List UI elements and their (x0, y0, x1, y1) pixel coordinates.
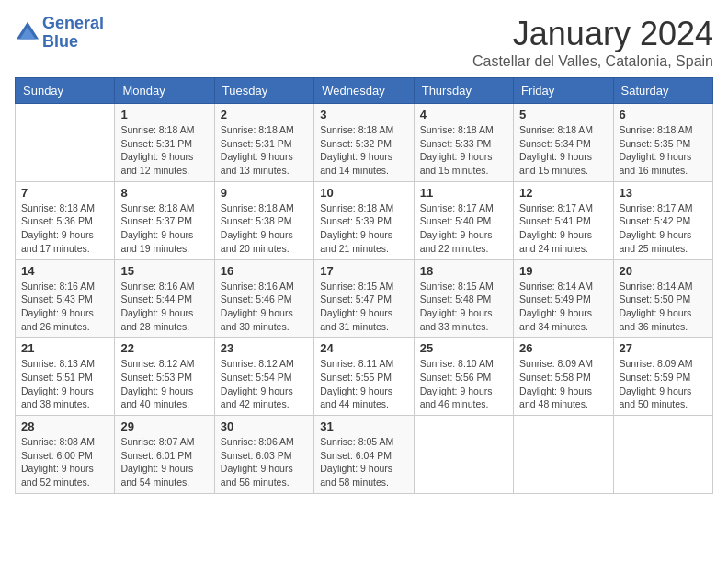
day-info: Sunrise: 8:13 AMSunset: 5:51 PMDaylight:… (21, 357, 108, 411)
day-number: 1 (120, 108, 208, 121)
day-number: 24 (320, 341, 407, 355)
day-info: Sunrise: 8:18 AMSunset: 5:39 PMDaylight:… (320, 201, 407, 256)
day-number: 26 (519, 341, 607, 355)
day-number: 19 (519, 264, 607, 278)
day-info: Sunrise: 8:11 AMSunset: 5:55 PMDaylight:… (320, 357, 407, 411)
day-info: Sunrise: 8:12 AMSunset: 5:54 PMDaylight:… (221, 357, 308, 411)
day-info: Sunrise: 8:09 AMSunset: 5:59 PMDaylight:… (620, 357, 707, 411)
logo-text: General Blue (42, 15, 104, 52)
day-cell (613, 416, 712, 494)
day-info: Sunrise: 8:18 AMSunset: 5:31 PMDaylight:… (120, 123, 208, 178)
logo-line1: General (42, 14, 104, 32)
day-cell: 13 Sunrise: 8:17 AMSunset: 5:42 PMDaylig… (613, 181, 712, 259)
day-info: Sunrise: 8:12 AMSunset: 5:53 PMDaylight:… (120, 357, 208, 411)
day-number: 2 (221, 108, 308, 121)
day-number: 5 (519, 108, 607, 121)
day-info: Sunrise: 8:18 AMSunset: 5:35 PMDaylight:… (620, 123, 707, 178)
week-row-0: 1 Sunrise: 8:18 AMSunset: 5:31 PMDayligh… (16, 104, 713, 182)
day-info: Sunrise: 8:17 AMSunset: 5:40 PMDaylight:… (420, 201, 507, 256)
day-cell: 5 Sunrise: 8:18 AMSunset: 5:34 PMDayligh… (514, 104, 613, 182)
day-cell: 29 Sunrise: 8:07 AMSunset: 6:01 PMDaylig… (115, 416, 214, 494)
day-info: Sunrise: 8:18 AMSunset: 5:31 PMDaylight:… (221, 123, 308, 178)
day-cell: 9 Sunrise: 8:18 AMSunset: 5:38 PMDayligh… (214, 181, 313, 259)
day-info: Sunrise: 8:07 AMSunset: 6:01 PMDaylight:… (120, 435, 208, 489)
title-section: January 2024 Castellar del Valles, Catal… (472, 15, 713, 70)
day-cell: 1 Sunrise: 8:18 AMSunset: 5:31 PMDayligh… (115, 104, 214, 182)
day-cell: 16 Sunrise: 8:16 AMSunset: 5:46 PMDaylig… (214, 259, 313, 338)
day-cell: 7 Sunrise: 8:18 AMSunset: 5:36 PMDayligh… (16, 181, 115, 259)
day-cell: 18 Sunrise: 8:15 AMSunset: 5:48 PMDaylig… (414, 259, 513, 338)
day-cell: 6 Sunrise: 8:18 AMSunset: 5:35 PMDayligh… (613, 104, 712, 182)
header-tuesday: Tuesday (214, 78, 313, 104)
day-info: Sunrise: 8:18 AMSunset: 5:33 PMDaylight:… (420, 123, 507, 178)
day-number: 27 (620, 341, 707, 355)
day-number: 4 (420, 108, 507, 121)
day-number: 20 (620, 264, 707, 278)
day-number: 17 (320, 264, 407, 278)
day-number: 7 (21, 186, 108, 200)
day-cell: 8 Sunrise: 8:18 AMSunset: 5:37 PMDayligh… (115, 181, 214, 259)
day-number: 11 (420, 186, 507, 200)
day-cell: 19 Sunrise: 8:14 AMSunset: 5:49 PMDaylig… (514, 259, 613, 338)
day-info: Sunrise: 8:18 AMSunset: 5:32 PMDaylight:… (320, 123, 407, 178)
day-info: Sunrise: 8:18 AMSunset: 5:36 PMDaylight:… (21, 201, 108, 256)
day-info: Sunrise: 8:16 AMSunset: 5:44 PMDaylight:… (120, 280, 208, 334)
day-info: Sunrise: 8:15 AMSunset: 5:48 PMDaylight:… (420, 280, 507, 334)
day-info: Sunrise: 8:16 AMSunset: 5:43 PMDaylight:… (21, 280, 108, 334)
logo-line2: Blue (42, 32, 78, 51)
day-number: 9 (221, 186, 308, 200)
day-number: 8 (120, 186, 208, 200)
day-cell: 14 Sunrise: 8:16 AMSunset: 5:43 PMDaylig… (16, 259, 115, 338)
header-wednesday: Wednesday (314, 78, 414, 104)
day-number: 22 (120, 341, 208, 355)
day-info: Sunrise: 8:18 AMSunset: 5:37 PMDaylight:… (120, 201, 208, 256)
day-cell: 22 Sunrise: 8:12 AMSunset: 5:53 PMDaylig… (115, 338, 214, 416)
day-cell: 11 Sunrise: 8:17 AMSunset: 5:40 PMDaylig… (414, 181, 513, 259)
header-saturday: Saturday (613, 78, 712, 104)
day-number: 12 (519, 186, 607, 200)
day-info: Sunrise: 8:14 AMSunset: 5:50 PMDaylight:… (620, 280, 707, 334)
day-info: Sunrise: 8:17 AMSunset: 5:42 PMDaylight:… (620, 201, 707, 256)
day-info: Sunrise: 8:06 AMSunset: 6:03 PMDaylight:… (221, 435, 308, 489)
day-number: 3 (320, 108, 407, 121)
day-info: Sunrise: 8:09 AMSunset: 5:58 PMDaylight:… (519, 357, 607, 411)
day-number: 14 (21, 264, 108, 278)
calendar-header: Sunday Monday Tuesday Wednesday Thursday… (16, 78, 713, 104)
header-friday: Friday (514, 78, 613, 104)
calendar-body: 1 Sunrise: 8:18 AMSunset: 5:31 PMDayligh… (16, 104, 713, 494)
day-cell: 25 Sunrise: 8:10 AMSunset: 5:56 PMDaylig… (414, 338, 513, 416)
week-row-1: 7 Sunrise: 8:18 AMSunset: 5:36 PMDayligh… (16, 181, 713, 259)
week-row-2: 14 Sunrise: 8:16 AMSunset: 5:43 PMDaylig… (16, 259, 713, 338)
day-number: 18 (420, 264, 507, 278)
day-info: Sunrise: 8:15 AMSunset: 5:47 PMDaylight:… (320, 280, 407, 334)
day-cell (514, 416, 613, 494)
day-number: 6 (620, 108, 707, 121)
day-number: 13 (620, 186, 707, 200)
day-number: 15 (120, 264, 208, 278)
logo-icon (15, 20, 40, 46)
day-cell (414, 416, 513, 494)
day-cell: 2 Sunrise: 8:18 AMSunset: 5:31 PMDayligh… (214, 104, 313, 182)
calendar-table: Sunday Monday Tuesday Wednesday Thursday… (15, 77, 713, 494)
day-cell: 24 Sunrise: 8:11 AMSunset: 5:55 PMDaylig… (314, 338, 414, 416)
day-cell: 21 Sunrise: 8:13 AMSunset: 5:51 PMDaylig… (16, 338, 115, 416)
day-info: Sunrise: 8:18 AMSunset: 5:38 PMDaylight:… (221, 201, 308, 256)
day-number: 21 (21, 341, 108, 355)
header-thursday: Thursday (414, 78, 513, 104)
week-row-3: 21 Sunrise: 8:13 AMSunset: 5:51 PMDaylig… (16, 338, 713, 416)
day-cell: 30 Sunrise: 8:06 AMSunset: 6:03 PMDaylig… (214, 416, 313, 494)
logo: General Blue (15, 15, 104, 52)
day-number: 30 (221, 419, 308, 433)
day-cell: 10 Sunrise: 8:18 AMSunset: 5:39 PMDaylig… (314, 181, 414, 259)
location-title: Castellar del Valles, Catalonia, Spain (472, 53, 713, 70)
day-info: Sunrise: 8:16 AMSunset: 5:46 PMDaylight:… (221, 280, 308, 334)
day-info: Sunrise: 8:05 AMSunset: 6:04 PMDaylight:… (320, 435, 407, 489)
day-info: Sunrise: 8:14 AMSunset: 5:49 PMDaylight:… (519, 280, 607, 334)
day-cell: 28 Sunrise: 8:08 AMSunset: 6:00 PMDaylig… (16, 416, 115, 494)
day-cell: 3 Sunrise: 8:18 AMSunset: 5:32 PMDayligh… (314, 104, 414, 182)
day-cell: 4 Sunrise: 8:18 AMSunset: 5:33 PMDayligh… (414, 104, 513, 182)
day-info: Sunrise: 8:17 AMSunset: 5:41 PMDaylight:… (519, 201, 607, 256)
day-cell: 31 Sunrise: 8:05 AMSunset: 6:04 PMDaylig… (314, 416, 414, 494)
week-row-4: 28 Sunrise: 8:08 AMSunset: 6:00 PMDaylig… (16, 416, 713, 494)
day-number: 10 (320, 186, 407, 200)
